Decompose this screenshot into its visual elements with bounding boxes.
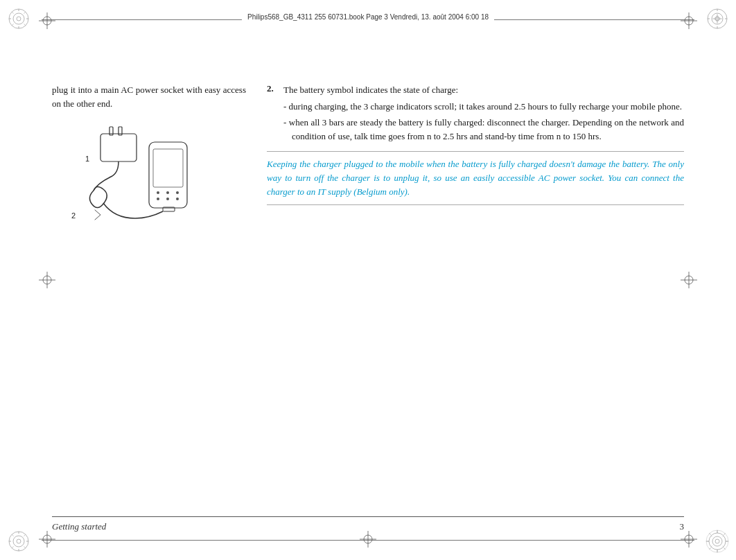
footer-page-number: 3 bbox=[680, 521, 685, 532]
svg-line-26 bbox=[24, 547, 26, 548]
svg-rect-67 bbox=[100, 134, 137, 161]
svg-point-77 bbox=[176, 198, 179, 200]
svg-point-73 bbox=[166, 191, 169, 194]
left-column: plug it into a main AC power socket with… bbox=[52, 83, 246, 232]
reg-bottom-right-crosshair bbox=[679, 530, 699, 549]
left-paragraph: plug it into a main AC power socket with… bbox=[52, 83, 246, 110]
svg-rect-71 bbox=[153, 149, 183, 187]
reg-top-left-crosshair bbox=[37, 11, 57, 30]
svg-point-0 bbox=[9, 9, 28, 28]
svg-point-31 bbox=[712, 536, 722, 546]
svg-point-72 bbox=[157, 191, 159, 194]
reg-bottom-center-crosshair bbox=[358, 530, 378, 549]
svg-text:1: 1 bbox=[85, 155, 89, 163]
svg-point-30 bbox=[709, 533, 726, 550]
svg-point-76 bbox=[166, 198, 169, 200]
note-text: Keeping the charger plugged to the mobil… bbox=[267, 157, 684, 199]
svg-line-8 bbox=[24, 24, 26, 26]
footer: Getting started 3 bbox=[52, 516, 684, 532]
deco-top-right-icon bbox=[704, 6, 730, 32]
svg-line-7 bbox=[12, 12, 13, 13]
bullet-1: - during charging, the 3 charge indicato… bbox=[283, 100, 684, 114]
reg-bottom-left-crosshair bbox=[37, 530, 57, 549]
deco-bottom-right-icon bbox=[704, 528, 730, 554]
charger-illustration: 1 bbox=[66, 121, 204, 232]
svg-point-74 bbox=[176, 191, 179, 194]
header-text: Philips568_GB_4311 255 60731.book Page 3… bbox=[242, 13, 494, 21]
point-2-header: 2. The battery symbol indicates the stat… bbox=[267, 83, 684, 143]
deco-top-left-icon bbox=[6, 6, 32, 32]
svg-point-19 bbox=[13, 536, 24, 547]
deco-bottom-left-icon bbox=[6, 528, 32, 554]
svg-line-39 bbox=[724, 534, 725, 535]
svg-line-10 bbox=[12, 24, 13, 26]
svg-line-27 bbox=[24, 534, 26, 536]
svg-point-75 bbox=[157, 198, 159, 200]
note-box: Keeping the charger plugged to the mobil… bbox=[267, 151, 684, 205]
reg-top-right-crosshair bbox=[679, 11, 699, 30]
point-number: 2. bbox=[267, 83, 278, 143]
point-intro: The battery symbol indicates the state o… bbox=[283, 85, 458, 95]
svg-point-2 bbox=[17, 17, 21, 21]
svg-line-38 bbox=[724, 548, 725, 549]
right-column: 2. The battery symbol indicates the stat… bbox=[267, 83, 684, 232]
svg-line-9 bbox=[24, 12, 26, 13]
svg-line-25 bbox=[12, 534, 13, 536]
svg-point-18 bbox=[9, 532, 28, 551]
svg-line-40 bbox=[710, 548, 711, 549]
footer-section-title: Getting started bbox=[52, 521, 106, 532]
svg-line-41 bbox=[723, 536, 724, 537]
svg-point-20 bbox=[17, 539, 21, 543]
svg-line-43 bbox=[711, 536, 712, 537]
bullet-2: - when all 3 bars are steady the battery… bbox=[283, 116, 684, 143]
svg-point-32 bbox=[715, 539, 719, 543]
svg-text:2: 2 bbox=[71, 211, 76, 220]
svg-line-44 bbox=[711, 546, 712, 548]
svg-line-37 bbox=[710, 534, 711, 535]
svg-point-1 bbox=[13, 13, 24, 24]
svg-line-42 bbox=[723, 546, 724, 548]
svg-line-28 bbox=[12, 547, 13, 548]
